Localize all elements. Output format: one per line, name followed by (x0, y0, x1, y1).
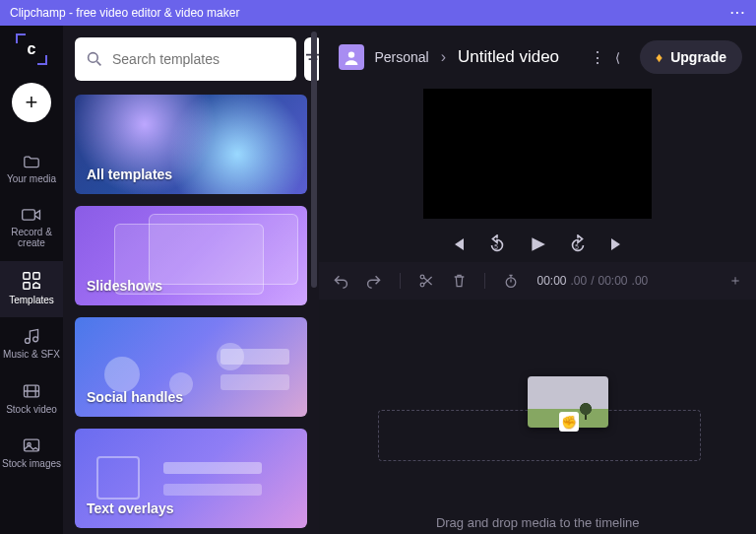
video-preview[interactable] (423, 89, 652, 219)
image-icon (22, 436, 41, 454)
skip-forward-icon[interactable] (609, 236, 625, 252)
redo-icon[interactable] (366, 273, 382, 289)
template-slideshows[interactable]: Slideshows (75, 206, 307, 305)
nav-stock-video[interactable]: Stock video (0, 372, 63, 428)
search-templates[interactable] (75, 37, 296, 81)
skip-back-icon[interactable] (450, 236, 466, 252)
left-nav: c + Your media Record & create Templates… (0, 26, 63, 534)
camera-icon (21, 207, 42, 223)
forward-5-icon[interactable]: 5 (568, 234, 588, 254)
svg-text:5: 5 (575, 243, 579, 250)
search-input[interactable] (112, 51, 284, 67)
nav-label: Stock video (6, 404, 57, 416)
settings-toggle-icon[interactable]: ⟨ (615, 50, 620, 65)
window-title: Clipchamp - free video editor & video ma… (10, 6, 239, 20)
svg-point-4 (25, 338, 30, 343)
nav-stock-images[interactable]: Stock images (0, 427, 63, 482)
nav-your-media[interactable]: Your media (0, 144, 63, 197)
stopwatch-icon[interactable] (503, 273, 519, 289)
workspace-avatar[interactable] (339, 44, 364, 70)
upgrade-button[interactable]: ♦ Upgrade (640, 40, 742, 74)
workspace-name[interactable]: Personal (374, 49, 428, 65)
total-frames: .00 (632, 274, 649, 288)
nav-label: Stock images (2, 458, 61, 470)
playback-controls: 5 5 (319, 219, 756, 262)
current-time: 00:00 (536, 274, 566, 288)
app-logo: c (16, 33, 47, 65)
templates-icon (22, 271, 41, 291)
template-label: Slideshows (87, 278, 162, 294)
folder-icon (22, 154, 41, 169)
timeline-toolbar: 00:00.00 / 00:00.00 ＋ (319, 262, 756, 300)
timecode-display: 00:00.00 / 00:00.00 (536, 274, 648, 288)
video-title-input[interactable] (458, 47, 576, 67)
nav-label: Templates (9, 295, 54, 306)
nav-templates[interactable]: Templates (0, 261, 63, 318)
upgrade-label: Upgrade (670, 49, 726, 65)
nav-record-create[interactable]: Record & create (0, 197, 63, 261)
total-time: 00:00 (598, 274, 628, 288)
nav-label: Your media (7, 173, 56, 185)
template-all[interactable]: All templates ✋ (75, 95, 307, 194)
nav-music-sfx[interactable]: Music & SFX (0, 317, 63, 372)
panel-scrollbar[interactable] (311, 32, 317, 288)
template-label: All templates (87, 167, 172, 182)
split-icon[interactable] (418, 273, 434, 289)
chevron-right-icon: › (439, 48, 448, 66)
undo-icon[interactable] (333, 273, 348, 289)
template-label: Social handles (87, 389, 183, 405)
timeline-hint: Drag and drop media to the timeline (319, 515, 756, 530)
rewind-5-icon[interactable]: 5 (487, 234, 507, 254)
template-category-list: All templates ✋ Slideshows Social handle… (75, 95, 307, 528)
template-text-overlays[interactable]: Text overlays (75, 429, 307, 528)
play-icon[interactable] (529, 235, 546, 253)
cursor-icon: ✋ (262, 193, 279, 194)
editor-header: Personal › ⋮ ⟨ ♦ Upgrade (319, 26, 756, 89)
person-icon (344, 49, 359, 65)
main-editor: Personal › ⋮ ⟨ ♦ Upgrade 5 5 (319, 26, 756, 534)
add-media-button[interactable]: + (12, 83, 51, 122)
svg-rect-3 (24, 282, 30, 288)
nav-label: Record & create (0, 227, 63, 249)
svg-rect-2 (33, 272, 39, 278)
music-icon (23, 327, 40, 345)
more-options-icon[interactable]: ⋮ (590, 48, 605, 67)
svg-text:5: 5 (494, 243, 498, 250)
grab-cursor-icon: ✊ (559, 412, 579, 432)
current-frames: .00 (570, 274, 587, 288)
film-icon (22, 382, 41, 400)
add-track-button[interactable]: ＋ (728, 272, 742, 290)
template-social-handles[interactable]: Social handles (75, 317, 307, 417)
template-label: Text overlays (87, 501, 173, 516)
trash-icon[interactable] (452, 273, 467, 289)
templates-panel: All templates ✋ Slideshows Social handle… (63, 26, 319, 534)
svg-point-10 (348, 51, 354, 57)
window-menu-icon[interactable]: ··· (730, 6, 746, 20)
nav-label: Music & SFX (3, 349, 60, 361)
svg-rect-0 (23, 209, 35, 219)
dragging-media-thumb[interactable]: ✊ (528, 376, 608, 428)
svg-rect-1 (24, 272, 30, 278)
window-titlebar: Clipchamp - free video editor & video ma… (0, 0, 756, 26)
svg-point-9 (89, 53, 98, 63)
timeline-area[interactable]: ✊ Drag and drop media to the timeline (319, 300, 756, 534)
search-icon (87, 51, 102, 67)
svg-point-5 (33, 337, 38, 342)
diamond-icon: ♦ (656, 49, 662, 65)
